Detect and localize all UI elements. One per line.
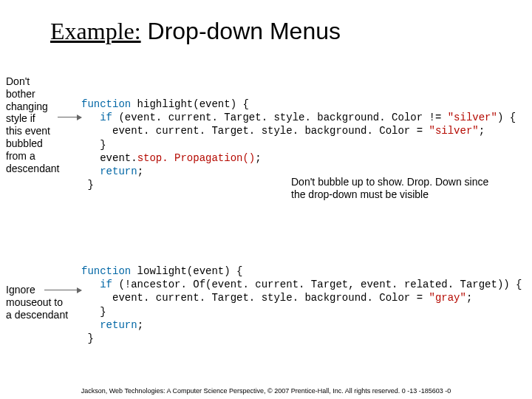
arrow-left-2 (44, 290, 81, 290)
footer-citation: Jackson, Web Technologies: A Computer Sc… (0, 387, 532, 395)
title-rest: Drop-down Menus (141, 18, 341, 44)
slide-title: Example: Drop-down Menus (0, 0, 532, 45)
title-underlined: Example: (50, 18, 141, 44)
arrow-left-1 (58, 117, 81, 117)
annotation-left-1: Don't bother changing style if this even… (6, 75, 59, 174)
code-block-2: function lowlight(event) { if (!ancestor… (81, 265, 522, 345)
code-block-1: function highlight(event) { if (event. c… (81, 98, 516, 191)
